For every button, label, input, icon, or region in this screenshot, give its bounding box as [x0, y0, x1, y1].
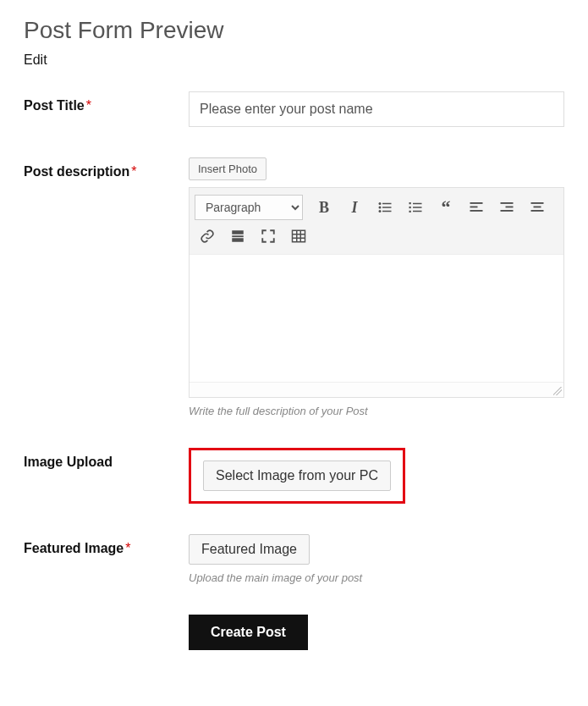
- required-marker: *: [131, 164, 136, 179]
- svg-rect-16: [506, 207, 514, 208]
- description-help: Write the full description of your Post: [189, 405, 564, 417]
- svg-rect-18: [531, 202, 544, 204]
- svg-point-0: [379, 202, 382, 205]
- select-image-button[interactable]: Select Image from your PC: [203, 461, 391, 491]
- svg-rect-19: [534, 207, 541, 208]
- row-post-description: Post description* Insert Photo Paragraph…: [24, 157, 564, 417]
- svg-rect-5: [382, 211, 392, 212]
- post-title-input[interactable]: [189, 91, 564, 127]
- svg-rect-20: [531, 210, 544, 212]
- create-post-button[interactable]: Create Post: [189, 615, 308, 650]
- svg-rect-6: [409, 202, 411, 204]
- row-post-title: Post Title*: [24, 91, 564, 127]
- svg-rect-22: [232, 235, 244, 237]
- editor-toolbar: Paragraph B I “: [190, 188, 563, 255]
- svg-rect-21: [232, 230, 244, 234]
- label-image-upload: Image Upload: [24, 448, 189, 470]
- numbered-list-icon[interactable]: [401, 195, 430, 220]
- svg-rect-15: [501, 202, 514, 204]
- svg-rect-10: [409, 211, 411, 212]
- label-post-title: Post Title*: [24, 91, 189, 113]
- svg-rect-12: [470, 202, 483, 204]
- svg-point-4: [379, 210, 382, 212]
- quote-icon[interactable]: “: [431, 195, 460, 220]
- svg-rect-17: [501, 210, 514, 212]
- editor-textarea[interactable]: [190, 255, 563, 382]
- svg-rect-1: [382, 203, 392, 205]
- svg-rect-24: [293, 230, 305, 242]
- label-featured-image: Featured Image*: [24, 534, 189, 556]
- svg-rect-11: [413, 211, 422, 212]
- bullet-list-icon[interactable]: [371, 195, 399, 220]
- svg-rect-14: [470, 210, 483, 212]
- svg-point-2: [379, 207, 382, 209]
- italic-icon[interactable]: I: [340, 195, 369, 220]
- svg-rect-23: [232, 238, 244, 242]
- bold-icon[interactable]: B: [310, 195, 338, 220]
- insert-photo-button[interactable]: Insert Photo: [189, 157, 267, 180]
- svg-rect-9: [413, 207, 422, 208]
- align-center-icon[interactable]: [523, 195, 552, 220]
- svg-rect-7: [413, 203, 422, 205]
- svg-rect-3: [382, 207, 392, 208]
- svg-rect-8: [409, 207, 411, 208]
- svg-rect-13: [470, 207, 478, 208]
- edit-link[interactable]: Edit: [24, 52, 47, 68]
- fullscreen-icon[interactable]: [254, 223, 283, 249]
- featured-help: Upload the main image of your post: [189, 571, 564, 584]
- highlight-annotation: Select Image from your PC: [189, 448, 405, 504]
- editor-resize-handle[interactable]: [190, 382, 563, 397]
- align-right-icon[interactable]: [492, 195, 521, 220]
- required-marker: *: [125, 541, 130, 555]
- link-icon[interactable]: [193, 223, 222, 249]
- page-title: Post Form Preview: [24, 17, 564, 44]
- table-icon[interactable]: [284, 223, 313, 249]
- row-featured-image: Featured Image* Featured Image Upload th…: [24, 534, 564, 584]
- row-submit: Create Post: [24, 615, 564, 650]
- format-select[interactable]: Paragraph: [195, 195, 303, 220]
- required-marker: *: [86, 98, 91, 113]
- label-post-description: Post description*: [24, 157, 189, 179]
- align-left-icon[interactable]: [462, 195, 491, 220]
- hr-icon[interactable]: [223, 223, 252, 249]
- row-image-upload: Image Upload Select Image from your PC: [24, 448, 564, 504]
- featured-image-button[interactable]: Featured Image: [189, 534, 310, 565]
- rich-text-editor: Paragraph B I “: [189, 187, 564, 398]
